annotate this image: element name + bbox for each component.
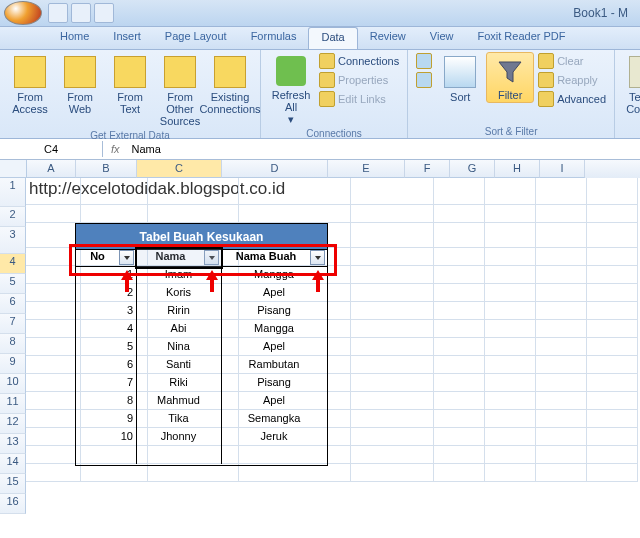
cell[interactable] — [26, 392, 81, 410]
spreadsheet-grid[interactable]: ABCDEFGHI 12345678910111213141516 http:/… — [0, 160, 640, 514]
row-header[interactable]: 8 — [0, 334, 26, 354]
cell[interactable] — [351, 410, 434, 428]
cell[interactable] — [587, 464, 638, 482]
cell[interactable] — [81, 374, 148, 392]
cell[interactable] — [587, 205, 638, 223]
cell[interactable] — [239, 410, 351, 428]
cell[interactable] — [81, 338, 148, 356]
cell[interactable] — [485, 338, 536, 356]
col-header[interactable]: G — [450, 160, 495, 178]
office-button[interactable] — [4, 1, 42, 25]
cell[interactable] — [485, 284, 536, 302]
cell[interactable] — [587, 266, 638, 284]
cell[interactable] — [434, 464, 485, 482]
row-header[interactable]: 3 — [0, 227, 26, 254]
cell[interactable] — [587, 392, 638, 410]
row-header[interactable]: 16 — [0, 494, 26, 514]
row-header[interactable]: 12 — [0, 414, 26, 434]
col-header[interactable]: I — [540, 160, 585, 178]
cell[interactable] — [587, 320, 638, 338]
cell[interactable] — [485, 178, 536, 205]
cell[interactable] — [26, 284, 81, 302]
cell[interactable] — [587, 410, 638, 428]
cell[interactable] — [239, 205, 351, 223]
cell[interactable] — [351, 392, 434, 410]
cell[interactable]: http://excelotodidak.blogspot.co.id — [26, 178, 81, 205]
cell[interactable] — [26, 266, 81, 284]
cell[interactable] — [239, 392, 351, 410]
cell[interactable] — [148, 446, 239, 464]
cell[interactable] — [587, 356, 638, 374]
cell[interactable] — [81, 464, 148, 482]
filter-dropdown-button[interactable] — [119, 250, 134, 265]
cell[interactable] — [148, 223, 239, 248]
cell[interactable] — [81, 205, 148, 223]
cell[interactable] — [239, 374, 351, 392]
cell[interactable] — [536, 410, 587, 428]
cell[interactable] — [26, 338, 81, 356]
tab-page-layout[interactable]: Page Layout — [153, 27, 239, 49]
name-box[interactable]: C4 — [0, 141, 103, 157]
cell[interactable] — [351, 464, 434, 482]
cell[interactable] — [26, 446, 81, 464]
col-header[interactable]: D — [222, 160, 328, 178]
cell[interactable] — [485, 223, 536, 248]
cell[interactable] — [239, 223, 351, 248]
cell[interactable] — [536, 248, 587, 266]
cell[interactable] — [148, 205, 239, 223]
cell[interactable] — [239, 302, 351, 320]
cell[interactable] — [26, 356, 81, 374]
cell[interactable] — [351, 428, 434, 446]
col-header[interactable]: E — [328, 160, 405, 178]
cell[interactable] — [239, 266, 351, 284]
cell[interactable] — [536, 302, 587, 320]
cell[interactable] — [587, 338, 638, 356]
cell[interactable] — [536, 223, 587, 248]
cell[interactable] — [81, 248, 148, 266]
col-header[interactable]: B — [76, 160, 137, 178]
cell[interactable] — [434, 320, 485, 338]
cell[interactable] — [81, 356, 148, 374]
cell[interactable] — [239, 284, 351, 302]
cell[interactable] — [434, 356, 485, 374]
cell[interactable] — [148, 266, 239, 284]
refresh-all-button[interactable]: Refresh All▾ — [267, 52, 315, 127]
cell[interactable] — [536, 205, 587, 223]
cell[interactable] — [148, 178, 239, 205]
cell[interactable] — [434, 248, 485, 266]
cell[interactable] — [536, 284, 587, 302]
cell[interactable] — [351, 446, 434, 464]
cell[interactable] — [434, 410, 485, 428]
cell[interactable] — [351, 338, 434, 356]
cell[interactable] — [239, 356, 351, 374]
row-header[interactable]: 5 — [0, 274, 26, 294]
cell[interactable] — [148, 284, 239, 302]
cell[interactable] — [81, 178, 148, 205]
cell[interactable] — [239, 428, 351, 446]
cell[interactable] — [148, 302, 239, 320]
cell[interactable] — [434, 178, 485, 205]
cell[interactable] — [351, 374, 434, 392]
tab-home[interactable]: Home — [48, 27, 101, 49]
cell[interactable] — [434, 223, 485, 248]
cell[interactable] — [148, 392, 239, 410]
cell[interactable] — [587, 178, 638, 205]
cell[interactable] — [148, 356, 239, 374]
cell[interactable] — [239, 338, 351, 356]
cell[interactable] — [434, 428, 485, 446]
cell[interactable] — [351, 302, 434, 320]
cell[interactable] — [351, 248, 434, 266]
advanced-button[interactable]: Advanced — [536, 90, 608, 108]
cell[interactable] — [351, 266, 434, 284]
cell[interactable] — [536, 338, 587, 356]
cell[interactable] — [587, 248, 638, 266]
fx-icon[interactable]: fx — [103, 143, 128, 155]
cell[interactable] — [485, 320, 536, 338]
cell[interactable] — [26, 248, 81, 266]
cell[interactable] — [351, 320, 434, 338]
row-header[interactable]: 1 — [0, 178, 26, 207]
row-header[interactable]: 9 — [0, 354, 26, 374]
cell[interactable] — [148, 248, 239, 266]
cell[interactable] — [26, 223, 81, 248]
cell[interactable] — [485, 205, 536, 223]
